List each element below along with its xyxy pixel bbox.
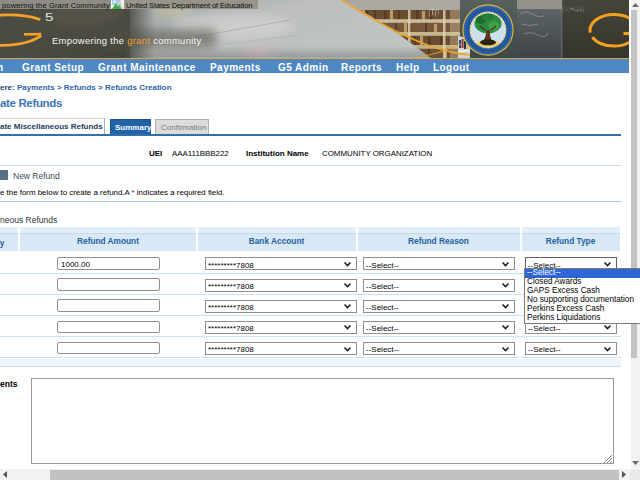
svg-text:Empowering the grant community: Empowering the grant community.	[52, 35, 204, 46]
svg-text:t(x)=f·g: t(x)=f·g	[560, 4, 585, 13]
svg-text:|T(\: |T(\	[428, 8, 440, 17]
svg-text:5: 5	[45, 11, 54, 23]
